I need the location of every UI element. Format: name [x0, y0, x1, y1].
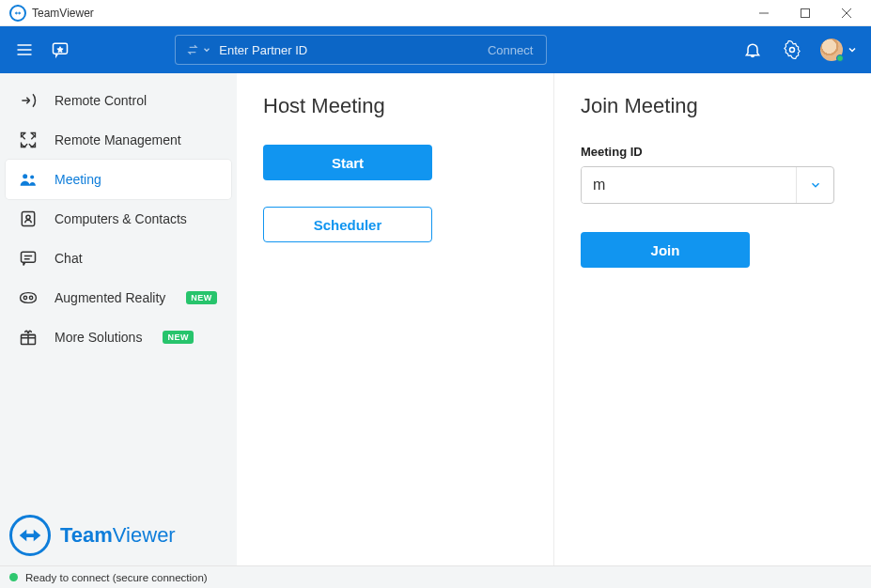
meeting-id-dropdown[interactable] — [796, 167, 833, 203]
sidebar-item-label: Remote Control — [54, 93, 147, 108]
remote-management-icon — [19, 131, 38, 149]
sidebar-item-remote-management[interactable]: Remote Management — [6, 120, 231, 160]
sidebar-item-label: Chat — [54, 251, 83, 266]
new-badge: NEW — [163, 331, 194, 344]
header-bar: Connect — [0, 26, 871, 73]
app-logo-icon — [9, 5, 26, 22]
sidebar: Remote Control Remote Management Meeting… — [0, 73, 237, 565]
partner-id-input[interactable] — [219, 43, 474, 57]
join-meeting-title: Join Meeting — [581, 94, 845, 118]
svg-point-6 — [26, 215, 30, 219]
gift-icon — [19, 328, 38, 347]
sidebar-item-more-solutions[interactable]: More Solutions NEW — [6, 317, 231, 357]
titlebar: TeamViewer — [0, 0, 871, 26]
sidebar-item-label: Computers & Contacts — [54, 211, 187, 226]
meeting-id-combo — [581, 166, 834, 204]
sidebar-item-computers-contacts[interactable]: Computers & Contacts — [6, 199, 231, 239]
meeting-icon — [19, 170, 38, 189]
remote-control-icon — [19, 91, 38, 110]
svg-point-4 — [30, 176, 34, 179]
brand-logo-text: TeamViewer — [60, 523, 176, 548]
meeting-id-label: Meeting ID — [581, 145, 845, 159]
account-menu[interactable] — [820, 39, 858, 61]
chat-icon — [19, 249, 38, 268]
window-title: TeamViewer — [32, 7, 94, 20]
svg-rect-7 — [22, 252, 36, 262]
swap-icon — [176, 42, 194, 57]
sidebar-item-label: Meeting — [54, 172, 101, 187]
maximize-button[interactable] — [785, 0, 826, 26]
presence-dot — [836, 54, 844, 62]
brand-logo: TeamViewer — [6, 505, 231, 558]
partner-id-box: Connect — [175, 35, 547, 65]
join-button[interactable]: Join — [581, 232, 750, 268]
start-button[interactable]: Start — [263, 145, 432, 180]
minimize-button[interactable] — [743, 0, 785, 26]
join-meeting-panel: Join Meeting Meeting ID Join — [553, 73, 871, 565]
ar-icon — [19, 288, 38, 307]
sidebar-item-augmented-reality[interactable]: Augmented Reality NEW — [6, 278, 231, 317]
chevron-down-icon — [809, 178, 822, 192]
new-badge: NEW — [186, 291, 217, 304]
main-content: Host Meeting Start Scheduler Join Meetin… — [237, 73, 871, 565]
sidebar-item-label: Remote Management — [54, 132, 181, 147]
svg-point-8 — [23, 296, 26, 299]
window-controls — [743, 0, 867, 26]
sidebar-item-meeting[interactable]: Meeting — [6, 160, 231, 199]
meeting-id-input[interactable] — [582, 167, 796, 203]
svg-point-2 — [789, 48, 794, 53]
chevron-down-icon — [847, 44, 858, 55]
menu-button[interactable] — [13, 39, 36, 61]
status-bar: Ready to connect (secure connection) — [0, 565, 871, 588]
contacts-icon — [19, 209, 38, 228]
close-button[interactable] — [826, 0, 867, 26]
feedback-button[interactable] — [49, 39, 71, 61]
sidebar-item-label: Augmented Reality — [54, 290, 165, 305]
status-indicator-icon — [9, 573, 18, 581]
notifications-button[interactable] — [741, 39, 764, 61]
body: Remote Control Remote Management Meeting… — [0, 73, 871, 565]
host-meeting-title: Host Meeting — [263, 94, 527, 118]
sidebar-item-chat[interactable]: Chat — [6, 239, 231, 278]
scheduler-button[interactable]: Scheduler — [263, 207, 432, 242]
host-meeting-panel: Host Meeting Start Scheduler — [237, 73, 553, 565]
partner-dropdown[interactable] — [194, 45, 219, 54]
svg-rect-0 — [801, 8, 810, 17]
brand-logo-icon — [9, 515, 51, 556]
svg-point-9 — [29, 296, 32, 299]
sidebar-item-label: More Solutions — [54, 330, 142, 345]
svg-point-3 — [23, 174, 27, 178]
connect-button[interactable]: Connect — [474, 36, 546, 64]
status-text: Ready to connect (secure connection) — [25, 572, 208, 583]
sidebar-item-remote-control[interactable]: Remote Control — [6, 81, 231, 120]
settings-button[interactable] — [781, 39, 803, 61]
